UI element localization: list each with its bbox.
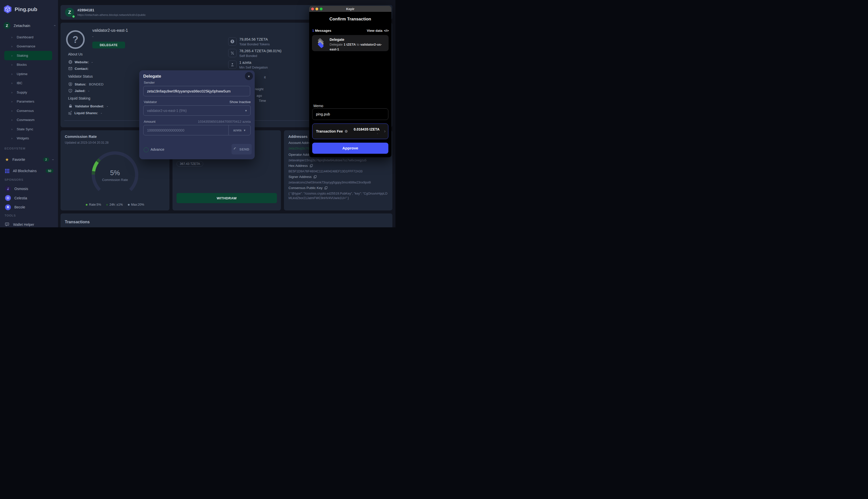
chevron-right-icon: › xyxy=(11,90,12,94)
svg-text:?!: ?! xyxy=(6,223,8,225)
coin-icon: $ xyxy=(228,37,237,46)
tools-section-label: TOOLS xyxy=(4,214,16,217)
close-icon[interactable]: × xyxy=(245,72,253,80)
blockchains-count-badge: 50 xyxy=(46,169,53,173)
shares-row: Liquid Shares: - xyxy=(68,111,102,115)
commission-title: Commission Rate xyxy=(65,134,97,138)
favorite-count-badge: 2 xyxy=(43,158,49,161)
transaction-fee-card[interactable]: Transaction Fee⚙ 0.016435 tZETA - › xyxy=(312,123,388,139)
send-button[interactable]: SEND xyxy=(231,144,252,155)
sidebar-item-ibc[interactable]: ›IBC xyxy=(0,78,58,88)
maximize-traffic-light[interactable] xyxy=(320,8,322,10)
sidebar-item-supply[interactable]: ›Supply xyxy=(0,88,58,97)
sidebar-menu: ›Dashboard ›Governance ›Staking ›Blocks … xyxy=(0,33,58,143)
validator-description: - xyxy=(92,35,93,38)
legend-dot xyxy=(86,204,87,206)
brand-name: Ping.pub xyxy=(15,6,37,12)
grid-icon xyxy=(5,169,9,173)
addresses-title: Addresses xyxy=(288,134,308,138)
validator-avatar: ? xyxy=(66,30,85,49)
status-value: BONDED xyxy=(89,82,104,86)
consensus-key-label: Consensus Public Key xyxy=(288,186,328,190)
wallet-helper-icon: ?! xyxy=(5,222,10,227)
close-traffic-light[interactable] xyxy=(311,8,314,10)
copy-icon[interactable] xyxy=(310,164,313,167)
chevron-right-icon: › xyxy=(11,63,12,66)
consensus-key-value: { "@type": "/cosmos.crypto.ed25519.PubKe… xyxy=(288,191,388,200)
sender-input[interactable] xyxy=(143,86,250,96)
chevron-right-icon: › xyxy=(11,35,12,39)
sidebar-item-favorite[interactable]: ★ Favorite 2 › xyxy=(0,155,58,164)
shares-value: - xyxy=(101,111,102,115)
memo-input[interactable] xyxy=(312,108,388,120)
jailed-row: Jailed: - xyxy=(68,89,89,93)
globe-icon xyxy=(68,60,72,64)
website-value: - xyxy=(92,60,93,64)
endpoint-url: https://zetachain-athens.blockpi.network… xyxy=(78,13,146,16)
fee-fiat-value: - xyxy=(377,132,378,135)
bonded-value: - xyxy=(107,104,108,108)
caret-down-icon: ▼ xyxy=(245,109,250,112)
delegate-button[interactable]: DELEGATE xyxy=(92,41,125,48)
rewards-amount-badge: 367.43 TZETA xyxy=(177,161,203,167)
sponsor-becole[interactable]: B Becole xyxy=(0,203,58,212)
withdraw-button[interactable]: WITHDRAW xyxy=(177,193,277,203)
copy-icon[interactable] xyxy=(313,175,317,179)
keplr-window-title: Keplr xyxy=(346,7,354,11)
sidebar-item-uptime[interactable]: ›Uptime xyxy=(0,69,58,78)
person-icon xyxy=(228,60,237,69)
commission-updated: Updated at 2023-10-04 20:31:28 xyxy=(65,141,108,144)
celestia-icon xyxy=(5,195,11,201)
shield-person-icon xyxy=(68,82,72,86)
brand[interactable]: Ping.pub xyxy=(3,4,37,14)
sidebar-item-blocks[interactable]: ›Blocks xyxy=(0,60,58,70)
show-inactive-toggle[interactable]: Show Inactive xyxy=(229,100,251,104)
commission-rate-value: 5% xyxy=(85,169,145,177)
chain-selector[interactable]: Z Zetachain › xyxy=(3,21,55,30)
block-height[interactable]: #2894181 xyxy=(78,8,94,12)
about-title: About Us xyxy=(68,52,83,56)
stat-total-bonded: $ 79,854.56 TZETATotal Bonded Tokens xyxy=(228,37,270,46)
jailed-value: - xyxy=(88,89,90,93)
sidebar-item-widgets[interactable]: ›Widgets xyxy=(0,134,58,143)
view-data-link[interactable]: View data</> xyxy=(367,29,389,33)
sidebar-item-parameters[interactable]: ›Parameters xyxy=(0,97,58,106)
legend-dot xyxy=(106,204,108,206)
gear-icon[interactable]: ⚙ xyxy=(345,129,348,133)
sidebar-item-governance[interactable]: ›Governance xyxy=(0,42,58,51)
zetachain-icon: Z xyxy=(3,22,10,29)
sidebar-item-consensus[interactable]: ›Consensus xyxy=(0,106,58,115)
website-row: Website: - xyxy=(68,60,93,64)
percent-icon xyxy=(228,49,237,57)
messages-row: 1 Messages View data</> xyxy=(312,29,389,33)
gauge-legend: Rate:5% 24h: ±1% Max:20% xyxy=(60,203,169,206)
sidebar-item-all-blockchains[interactable]: All Blockchains 50 xyxy=(0,166,58,175)
keplr-titlebar[interactable]: Keplr xyxy=(309,6,391,12)
copy-icon[interactable] xyxy=(324,186,328,190)
fee-value: 0.016435 tZETA xyxy=(354,127,380,131)
sidebar-item-wallet-helper[interactable]: ?! Wallet Helper xyxy=(0,220,58,227)
chevron-right-icon: › xyxy=(11,136,12,140)
transactions-title: Transactions xyxy=(65,220,90,224)
stat-min-self-delegation: 1 azetaMin Self Delegation xyxy=(228,60,268,69)
delegate-message-card: Delegate Delegate 1 tZETA to validator2-… xyxy=(312,35,389,51)
sidebar-item-cosmwasm[interactable]: ›Cosmwasm xyxy=(0,115,58,125)
sidebar-item-staking[interactable]: ›Staking xyxy=(4,51,52,60)
hex-address-label: Hex Address xyxy=(288,164,313,168)
sidebar-item-state-sync[interactable]: ›State Sync xyxy=(0,124,58,134)
sponsor-celestia[interactable]: Celestia xyxy=(0,194,58,203)
minimize-traffic-light[interactable] xyxy=(316,8,318,10)
amount-input[interactable] xyxy=(143,125,228,135)
validator-name: validator2-us-east-1 xyxy=(92,28,128,33)
sponsor-osmosis[interactable]: Osmosis xyxy=(0,184,58,193)
messages-count: 1 xyxy=(312,29,314,33)
denom-select[interactable]: azeta▼ xyxy=(228,125,250,135)
becole-icon: B xyxy=(5,204,11,210)
svg-text:$: $ xyxy=(232,40,233,43)
available-amount-hint: 10343556501884700070412 azeta xyxy=(198,120,251,123)
validator-select[interactable]: validator2-us-east-1 (5%) ▼ xyxy=(143,105,251,116)
approve-button[interactable]: Approve xyxy=(312,143,388,154)
sidebar-item-dashboard[interactable]: ›Dashboard xyxy=(0,33,58,42)
advance-checkbox[interactable] xyxy=(144,147,148,152)
validator-label: Validator xyxy=(144,100,157,104)
